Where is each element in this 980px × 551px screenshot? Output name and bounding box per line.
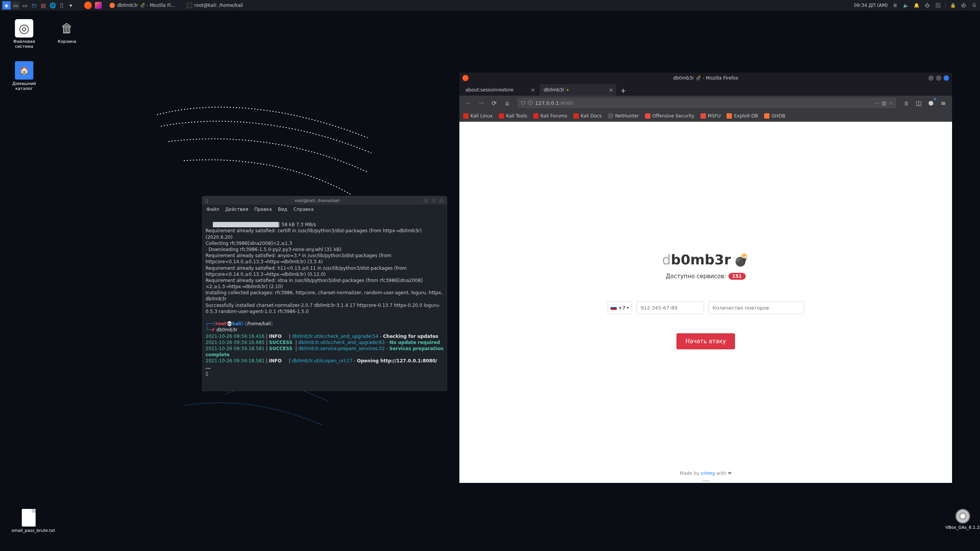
bookmark-exploit-db[interactable]: Exploit-DB bbox=[727, 113, 758, 119]
services-count-badge: 151 bbox=[728, 273, 746, 280]
url-bar[interactable]: 🛡 ⓘ 127.0.0.1:8080 ⋯ ▥ ☆ bbox=[518, 98, 896, 108]
taskbar-firefox[interactable]: db0mb3r 💣 - Mozilla Fi... bbox=[106, 0, 179, 11]
msfu-icon bbox=[701, 113, 706, 119]
firefox-min-button[interactable] bbox=[928, 75, 934, 81]
sidebar-icon[interactable]: ◫ bbox=[913, 97, 924, 109]
bookmark-nethunter[interactable]: NetHunter bbox=[608, 113, 639, 119]
user-icon[interactable]: G bbox=[971, 2, 978, 9]
bookmark-msfu[interactable]: MSFU bbox=[701, 113, 721, 119]
taskbar-firefox-label: db0mb3r 💣 - Mozilla Fi... bbox=[117, 3, 175, 8]
url-host: 127.0.0.1 bbox=[535, 100, 559, 106]
volume-icon[interactable]: 🔈 bbox=[902, 2, 909, 9]
reload-button[interactable]: ⟳ bbox=[488, 97, 500, 109]
firefox-icon bbox=[109, 3, 115, 8]
home-folder-icon: 🏠 bbox=[15, 61, 33, 80]
notifications-icon[interactable]: 🔔 bbox=[913, 2, 920, 9]
home-button[interactable]: ⌂ bbox=[501, 97, 513, 109]
power-icon[interactable]: ⏻ bbox=[960, 2, 967, 9]
bookmark-offsec[interactable]: Offensive Security bbox=[645, 113, 694, 119]
repetitions-input[interactable] bbox=[709, 301, 804, 314]
tab-close-icon[interactable]: × bbox=[609, 87, 613, 93]
app-subtitle: Доступно сервисов: 151 bbox=[666, 273, 745, 280]
menu-icon[interactable]: ≡ bbox=[938, 97, 949, 109]
shield-icon[interactable]: 🛡 bbox=[521, 100, 526, 106]
terminal-max-button[interactable] bbox=[431, 198, 436, 203]
app-menu-icon[interactable]: ◈ bbox=[2, 1, 11, 10]
firefox-tabbar: about:sessionrestore × db0mb3r ✦ × + bbox=[459, 83, 952, 96]
desktop-text-file[interactable]: small_pass_brute.txt bbox=[11, 509, 46, 533]
desktop-cd-label: VBox_GAs_6.1.28 bbox=[946, 525, 980, 530]
menu-help[interactable]: Справка bbox=[293, 207, 314, 212]
dropdown-icon[interactable]: ▾ bbox=[67, 1, 75, 10]
browser-shortcut-icon[interactable]: 🌐 bbox=[48, 1, 57, 10]
desktop-home[interactable]: 🏠 Домашний каталог bbox=[7, 61, 41, 91]
library-icon[interactable]: ⫼ bbox=[901, 97, 912, 109]
network-icon[interactable]: ⏻ bbox=[924, 2, 931, 9]
firefox-max-button[interactable] bbox=[936, 75, 941, 81]
desktop-filesystem[interactable]: ◎ Файловая система bbox=[7, 19, 41, 49]
file-manager-icon[interactable]: 🗀 bbox=[30, 1, 38, 10]
desktop-trash[interactable]: 🗑 Корзина bbox=[50, 19, 84, 44]
tab-sessionrestore-label: about:sessionrestore bbox=[466, 87, 514, 93]
author-link[interactable]: crinny bbox=[701, 471, 715, 476]
firefox-title: db0mb3r 💣 - Mozilla Firefox bbox=[673, 75, 738, 81]
terminal-window: ⌷ root@kali: /home/kali Файл Действия Пр… bbox=[202, 196, 447, 391]
terminal-close-button[interactable] bbox=[439, 198, 444, 203]
lock-icon[interactable]: 🔒 bbox=[949, 2, 956, 9]
text-editor-icon[interactable]: ▤ bbox=[39, 1, 47, 10]
updates-icon[interactable]: ⬛ bbox=[934, 2, 941, 9]
bookmark-ghdb[interactable]: GHDB bbox=[764, 113, 785, 119]
display-icon[interactable]: 🖥 bbox=[892, 2, 898, 9]
resize-handle-icon[interactable] bbox=[698, 481, 714, 482]
tab-db0mb3r[interactable]: db0mb3r ✦ × bbox=[540, 84, 616, 96]
firefox-titlebar[interactable]: db0mb3r 💣 - Mozilla Firefox bbox=[459, 73, 952, 83]
forward-button[interactable]: → bbox=[475, 97, 487, 109]
menu-file[interactable]: Файл bbox=[206, 207, 219, 212]
tab-sessionrestore[interactable]: about:sessionrestore × bbox=[462, 84, 538, 96]
back-button[interactable]: ← bbox=[462, 97, 474, 109]
firefox-logo-icon bbox=[462, 75, 469, 81]
desktop-cd[interactable]: VBox_GAs_6.1.28 bbox=[946, 509, 980, 530]
app-footer: Made by crinny with ❤ bbox=[459, 471, 952, 476]
site-info-icon[interactable]: ⓘ bbox=[528, 99, 533, 106]
bomb-icon: 💣 bbox=[734, 253, 749, 267]
tab-close-icon[interactable]: × bbox=[531, 87, 535, 93]
bookmark-kali-linux[interactable]: Kali Linux bbox=[463, 113, 493, 119]
desktop-home-label: Домашний каталог bbox=[7, 81, 41, 91]
offsec-icon bbox=[645, 113, 650, 119]
extension-icon[interactable]: ⬢ bbox=[925, 97, 937, 109]
firefox-launcher-icon[interactable] bbox=[84, 2, 92, 9]
terminal-menubar: Файл Действия Правка Вид Справка bbox=[203, 205, 447, 214]
top-panel: ◈ ▭ ▭ 🗀 ▤ 🌐 ⌷ ▾ db0mb3r 💣 - Mozilla Fi..… bbox=[0, 0, 980, 11]
terminal-titlebar[interactable]: ⌷ root@kali: /home/kali bbox=[203, 196, 447, 205]
bookmark-kali-docs[interactable]: Kali Docs bbox=[573, 113, 602, 119]
reader-icon[interactable]: ▥ bbox=[882, 100, 886, 106]
menu-edit[interactable]: Правка bbox=[254, 207, 272, 212]
page-actions-icon[interactable]: ⋯ bbox=[874, 100, 879, 106]
menu-actions[interactable]: Действия bbox=[225, 207, 248, 212]
start-attack-button[interactable]: Начать атаку bbox=[676, 333, 735, 349]
desktop-filesystem-label: Файловая система bbox=[7, 39, 41, 49]
terminal-output[interactable]: | 58 kB 7.3 MB/s Requirement already sat… bbox=[203, 214, 447, 384]
terminal-min-button[interactable] bbox=[424, 198, 428, 203]
workspace-2-icon[interactable]: ▭ bbox=[21, 1, 29, 10]
chevron-down-icon: ▾ bbox=[627, 306, 629, 310]
new-tab-button[interactable]: + bbox=[618, 85, 629, 96]
bookmark-star-icon[interactable]: ☆ bbox=[889, 100, 893, 106]
workspace-1-icon[interactable]: ▭ bbox=[11, 1, 20, 10]
bookmark-kali-tools[interactable]: Kali Tools bbox=[499, 113, 527, 119]
nethunter-icon bbox=[608, 113, 613, 119]
app-title: db0mb3r 💣 bbox=[662, 252, 750, 267]
url-port: :8080 bbox=[559, 100, 573, 106]
terminal-shortcut-icon[interactable]: ⌷ bbox=[57, 1, 66, 10]
bookmark-kali-forums[interactable]: Kali Forums bbox=[533, 113, 567, 119]
country-code-select[interactable]: +7 ▾ bbox=[608, 301, 632, 314]
firefox-close-button[interactable] bbox=[944, 75, 949, 81]
menu-view[interactable]: Вид bbox=[278, 207, 287, 212]
kali-icon bbox=[533, 113, 539, 119]
taskbar-terminal[interactable]: root@kali: /home/kali bbox=[183, 0, 247, 11]
firefox-dev-launcher-icon[interactable] bbox=[95, 2, 102, 9]
filesystem-icon: ◎ bbox=[15, 19, 33, 37]
terminal-titlebar-icon: ⌷ bbox=[206, 198, 208, 203]
phone-input[interactable] bbox=[637, 301, 704, 314]
